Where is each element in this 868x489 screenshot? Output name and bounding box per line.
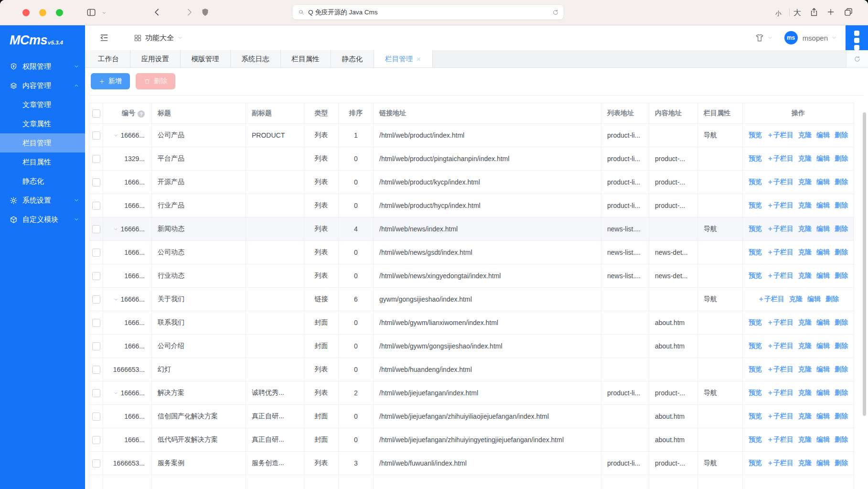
- clone-link[interactable]: 克隆: [798, 389, 812, 396]
- clone-link[interactable]: 克隆: [798, 225, 812, 232]
- preview-link[interactable]: 预览: [749, 225, 762, 232]
- edit-link[interactable]: 编辑: [816, 459, 830, 467]
- delete-link[interactable]: 删除: [835, 225, 848, 232]
- avatar[interactable]: ms: [784, 31, 798, 44]
- close-icon[interactable]: [416, 56, 421, 62]
- preview-link[interactable]: 预览: [749, 389, 762, 396]
- delete-link[interactable]: 删除: [835, 435, 848, 443]
- row-checkbox[interactable]: [92, 319, 100, 327]
- row-checkbox[interactable]: [92, 155, 100, 163]
- edit-link[interactable]: 编辑: [816, 389, 830, 396]
- refresh-tab-button[interactable]: [846, 50, 868, 67]
- help-icon[interactable]: ?: [138, 110, 145, 118]
- delete-link[interactable]: 删除: [835, 459, 848, 467]
- apps-grid-button[interactable]: [846, 25, 868, 50]
- add-subcolumn-link[interactable]: ＋子栏目: [767, 178, 793, 185]
- select-all-checkbox[interactable]: [92, 109, 100, 118]
- tab-workbench[interactable]: 工作台: [87, 50, 130, 67]
- clone-link[interactable]: 克隆: [798, 342, 812, 349]
- tab-column-attributes[interactable]: 栏目属性: [281, 50, 331, 67]
- add-subcolumn-link[interactable]: ＋子栏目: [767, 365, 793, 373]
- sidebar-item-permission-management[interactable]: 权限管理: [0, 57, 85, 76]
- privacy-shield-icon[interactable]: [201, 8, 210, 17]
- close-window-button[interactable]: [22, 9, 30, 16]
- edit-link[interactable]: 编辑: [816, 154, 830, 162]
- add-subcolumn-link[interactable]: ＋子栏目: [767, 272, 793, 279]
- edit-link[interactable]: 编辑: [816, 365, 830, 373]
- clone-link[interactable]: 克隆: [798, 318, 812, 326]
- add-subcolumn-link[interactable]: ＋子栏目: [767, 412, 793, 420]
- preview-link[interactable]: 预览: [749, 272, 762, 279]
- delete-link[interactable]: 删除: [835, 365, 848, 373]
- sidebar-item-custom-modules[interactable]: 自定义模块: [0, 210, 85, 229]
- delete-link[interactable]: 删除: [835, 389, 848, 396]
- tab-static-generation[interactable]: 静态化: [331, 50, 375, 67]
- browser-sidebar-toggle-icon[interactable]: [86, 7, 96, 18]
- clone-link[interactable]: 克隆: [798, 131, 812, 139]
- chevron-down-icon[interactable]: [767, 35, 773, 41]
- clone-link[interactable]: 克隆: [798, 272, 812, 279]
- clone-link[interactable]: 克隆: [798, 412, 812, 420]
- share-icon[interactable]: [809, 7, 819, 17]
- new-tab-icon[interactable]: [826, 8, 835, 16]
- edit-link[interactable]: 编辑: [816, 248, 830, 256]
- preview-link[interactable]: 预览: [749, 154, 762, 162]
- edit-link[interactable]: 编辑: [816, 435, 830, 443]
- row-checkbox[interactable]: [92, 249, 100, 257]
- sidebar-item-column-attributes[interactable]: 栏目属性: [0, 152, 85, 172]
- delete-link[interactable]: 删除: [835, 318, 848, 326]
- row-checkbox[interactable]: [92, 366, 100, 374]
- preview-link[interactable]: 预览: [749, 131, 762, 139]
- sidebar-item-content-management[interactable]: 内容管理: [0, 76, 85, 95]
- preview-link[interactable]: 预览: [749, 178, 762, 185]
- expand-chevron-icon[interactable]: [113, 297, 118, 302]
- theme-icon[interactable]: [755, 33, 764, 43]
- edit-link[interactable]: 编辑: [816, 225, 830, 232]
- delete-button[interactable]: 删除: [136, 73, 175, 89]
- row-checkbox[interactable]: [92, 436, 100, 444]
- add-subcolumn-link[interactable]: ＋子栏目: [767, 154, 793, 162]
- row-checkbox[interactable]: [92, 178, 100, 186]
- delete-link[interactable]: 删除: [825, 295, 839, 303]
- edit-link[interactable]: 编辑: [807, 295, 821, 303]
- add-subcolumn-link[interactable]: ＋子栏目: [767, 389, 793, 396]
- clone-link[interactable]: 克隆: [798, 459, 812, 467]
- preview-link[interactable]: 预览: [749, 318, 762, 326]
- tabs-overview-icon[interactable]: [844, 7, 853, 17]
- add-button[interactable]: 新增: [91, 73, 130, 89]
- scrollbar[interactable]: [863, 112, 866, 416]
- add-subcolumn-link[interactable]: ＋子栏目: [767, 435, 793, 443]
- delete-link[interactable]: 删除: [835, 201, 848, 209]
- row-checkbox[interactable]: [92, 131, 100, 140]
- chevron-down-icon[interactable]: [102, 11, 107, 15]
- expand-chevron-icon[interactable]: [113, 227, 118, 232]
- sidebar-item-column-management[interactable]: 栏目管理: [0, 133, 85, 152]
- address-bar[interactable]: Q 免疫开源的 Java Cms: [292, 5, 564, 20]
- add-subcolumn-link[interactable]: ＋子栏目: [767, 201, 793, 209]
- clone-link[interactable]: 克隆: [798, 248, 812, 256]
- row-checkbox[interactable]: [92, 389, 100, 397]
- preview-link[interactable]: 预览: [749, 459, 762, 467]
- preview-link[interactable]: 预览: [749, 342, 762, 349]
- row-checkbox[interactable]: [92, 459, 100, 467]
- add-subcolumn-link[interactable]: ＋子栏目: [767, 225, 793, 232]
- preview-link[interactable]: 预览: [749, 365, 762, 373]
- preview-link[interactable]: 预览: [749, 435, 762, 443]
- clone-link[interactable]: 克隆: [798, 178, 812, 185]
- decrease-text-size-button[interactable]: 小: [775, 10, 782, 18]
- back-icon[interactable]: [152, 7, 162, 17]
- preview-link[interactable]: 预览: [749, 248, 762, 256]
- menu-all-dropdown[interactable]: 功能大全: [134, 33, 183, 43]
- delete-link[interactable]: 删除: [835, 154, 848, 162]
- menu-collapse-icon[interactable]: [99, 33, 109, 43]
- row-checkbox[interactable]: [92, 272, 100, 280]
- row-checkbox[interactable]: [92, 342, 100, 350]
- tab-column-management[interactable]: 栏目管理: [374, 50, 433, 67]
- delete-link[interactable]: 删除: [835, 248, 848, 256]
- reload-icon[interactable]: [552, 9, 559, 16]
- clone-link[interactable]: 克隆: [798, 154, 812, 162]
- minimize-window-button[interactable]: [39, 9, 46, 16]
- tab-app-settings[interactable]: 应用设置: [130, 50, 181, 67]
- preview-link[interactable]: 预览: [749, 201, 762, 209]
- add-subcolumn-link[interactable]: ＋子栏目: [758, 295, 784, 303]
